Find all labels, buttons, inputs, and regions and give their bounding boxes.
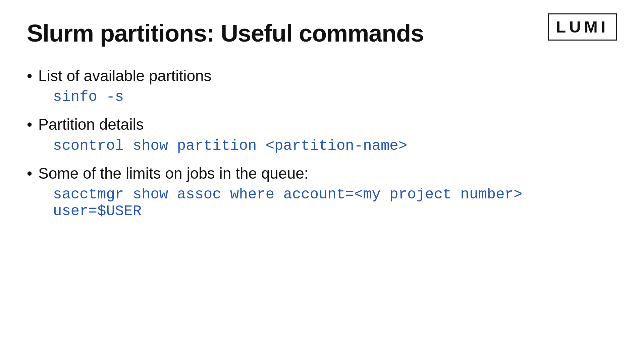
bullet-text-2: • Partition details	[27, 115, 617, 134]
bullet-text-1: • List of available partitions	[27, 67, 617, 85]
bullet-label-2: Partition details	[38, 115, 144, 134]
bullet-item-2: • Partition details scontrol show partit…	[27, 115, 617, 154]
bullet-dot-2: •	[27, 115, 32, 134]
bullet-label-1: List of available partitions	[38, 67, 212, 85]
lumi-logo: LUMI	[548, 13, 617, 41]
slide-title: Slurm partitions: Useful commands	[27, 20, 617, 47]
bullet-dot-1: •	[27, 67, 32, 85]
content-area: • List of available partitions sinfo -s …	[27, 67, 617, 220]
bullet-item-3: • Some of the limits on jobs in the queu…	[27, 164, 617, 220]
code-line-1: sinfo -s	[53, 88, 617, 105]
bullet-item-1: • List of available partitions sinfo -s	[27, 67, 617, 105]
code-line-2: scontrol show partition <partition-name>	[53, 137, 617, 154]
bullet-label-3: Some of the limits on jobs in the queue:	[38, 164, 308, 183]
code-line-3: sacctmgr show assoc where account=<my pr…	[53, 186, 617, 220]
bullet-text-3: • Some of the limits on jobs in the queu…	[27, 164, 617, 183]
bullet-dot-3: •	[27, 164, 32, 183]
slide-container: LUMI Slurm partitions: Useful commands •…	[0, 0, 644, 362]
